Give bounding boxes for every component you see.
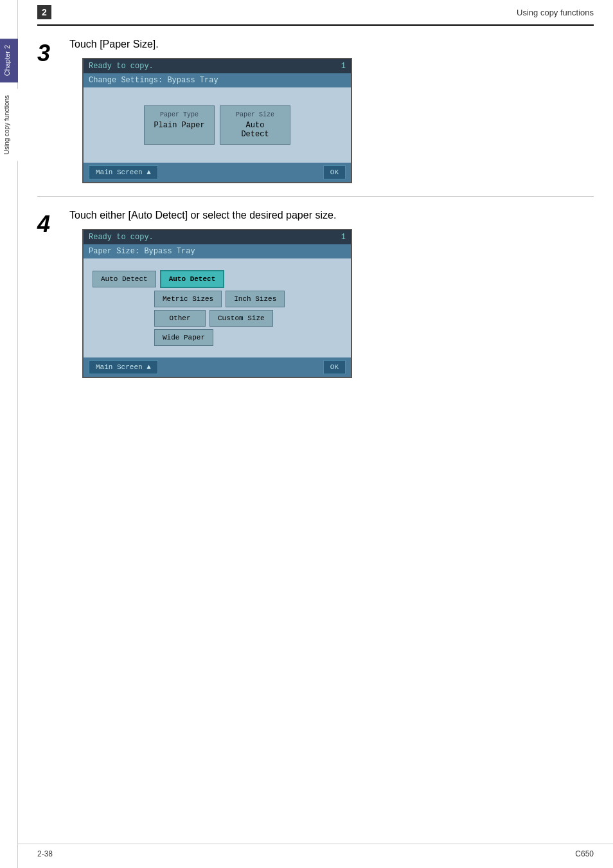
screen2-main-screen-btn[interactable]: Main Screen ▲: [89, 360, 158, 374]
screen2-status-num: 1: [341, 233, 346, 242]
screen1-paper-options: Paper Type Plain Paper Paper Size AutoDe…: [89, 105, 346, 145]
step4-instruction: Touch either [Auto Detect] or select the…: [69, 210, 594, 221]
metric-sizes-btn[interactable]: Metric Sizes: [154, 291, 222, 307]
wide-paper-btn[interactable]: Wide Paper: [154, 329, 213, 346]
paper-type-box[interactable]: Paper Type Plain Paper: [144, 105, 215, 145]
screen2: Ready to copy. 1 Paper Size: Bypass Tray…: [82, 229, 352, 378]
model-number: C650: [575, 849, 594, 858]
screen2-ok-btn[interactable]: OK: [323, 360, 346, 374]
screen2-row3: Other Custom Size: [93, 310, 342, 327]
screen2-grid: Auto Detect Auto Detect Metric Sizes Inc…: [89, 265, 346, 351]
step3-instruction: Touch [Paper Size].: [69, 39, 594, 50]
screen2-row4: Wide Paper: [93, 329, 342, 346]
paper-size-label: Paper Size: [228, 111, 282, 118]
paper-type-label: Paper Type: [152, 111, 206, 118]
step4-section: 4 Touch either [Auto Detect] or select t…: [37, 210, 594, 391]
screen2-title: Paper Size: Bypass Tray: [84, 244, 351, 258]
main-content: 2 Using copy functions 3 Touch [Paper Si…: [18, 0, 613, 868]
screen1-body: Paper Type Plain Paper Paper Size AutoDe…: [84, 87, 351, 163]
paper-size-box[interactable]: Paper Size AutoDetect: [220, 105, 290, 145]
step3-number: 3: [37, 42, 69, 65]
other-btn[interactable]: Other: [154, 310, 206, 327]
sidebar-function-label: Using copy functions: [0, 89, 18, 161]
paper-type-value: Plain Paper: [152, 121, 206, 130]
screen1-footer: Main Screen ▲ OK: [84, 163, 351, 182]
auto-detect-left-btn[interactable]: Auto Detect: [93, 271, 156, 287]
custom-size-btn[interactable]: Custom Size: [209, 310, 273, 327]
sidebar: Chapter 2 Using copy functions: [0, 0, 18, 868]
inch-sizes-btn[interactable]: Inch Sizes: [226, 291, 285, 307]
screen2-footer: Main Screen ▲ OK: [84, 357, 351, 377]
auto-detect-right-btn[interactable]: Auto Detect: [160, 270, 225, 288]
page-footer: 2-38 C650: [18, 844, 613, 858]
screen1-status-text: Ready to copy.: [89, 62, 154, 71]
step4-content: Touch either [Auto Detect] or select the…: [69, 210, 594, 378]
screen1-main-screen-btn[interactable]: Main Screen ▲: [89, 165, 158, 179]
screen1-title: Change Settings: Bypass Tray: [84, 73, 351, 87]
step4-number: 4: [37, 213, 69, 236]
step3-section: 3 Touch [Paper Size]. Ready to copy. 1 C…: [37, 39, 594, 197]
screen2-row1: Auto Detect Auto Detect: [93, 270, 342, 288]
screen1-ok-btn[interactable]: OK: [323, 165, 346, 179]
header-title: Using copy functions: [517, 8, 594, 17]
top-header: 2 Using copy functions: [37, 0, 594, 26]
screen2-status-bar: Ready to copy. 1: [84, 230, 351, 244]
screen1-status-bar: Ready to copy. 1: [84, 59, 351, 73]
page-number: 2-38: [37, 849, 53, 858]
sidebar-chapter-label: Chapter 2: [0, 39, 18, 82]
chapter-number: 2: [37, 5, 51, 19]
screen2-body: Auto Detect Auto Detect Metric Sizes Inc…: [84, 258, 351, 357]
screen1-status-num: 1: [341, 62, 346, 71]
screen2-row2: Metric Sizes Inch Sizes: [93, 291, 342, 307]
screen1: Ready to copy. 1 Change Settings: Bypass…: [82, 58, 352, 183]
paper-size-value: AutoDetect: [228, 121, 282, 139]
step3-content: Touch [Paper Size]. Ready to copy. 1 Cha…: [69, 39, 594, 183]
screen2-status-text: Ready to copy.: [89, 233, 154, 242]
